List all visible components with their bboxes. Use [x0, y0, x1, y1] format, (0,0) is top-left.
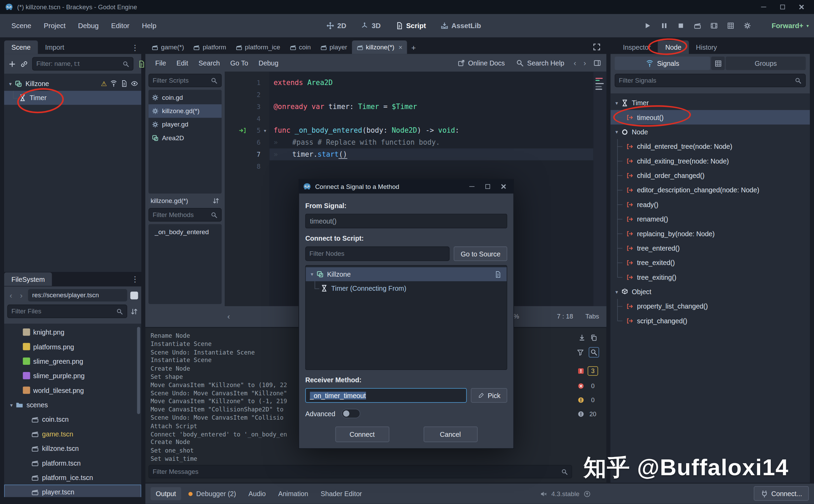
workspace-assetlib[interactable]: AssetLib	[435, 19, 486, 32]
attach-script-button[interactable]	[138, 60, 145, 68]
bottom-panel-debugger-2[interactable]: Debugger (2)	[183, 487, 241, 500]
scripts-panel-toggle-icon[interactable]	[593, 59, 601, 67]
signal-tree-exiting[interactable]: tree_exiting()	[611, 270, 810, 284]
signal-child-exiting-tree-node-node[interactable]: child_exiting_tree(node: Node)	[611, 154, 810, 168]
scene-node-killzone[interactable]: ▾ Killzone ⚠	[4, 77, 141, 91]
bottom-panel-shader-editor[interactable]: Shader Editor	[316, 487, 367, 500]
pick-button[interactable]: Pick	[471, 388, 507, 403]
fullscreen-toggle-icon[interactable]	[593, 43, 601, 51]
nav-forward-icon[interactable]: ›	[17, 291, 25, 300]
workspace-3d[interactable]: 3D	[356, 19, 386, 32]
dialog-cancel-button[interactable]: Cancel	[423, 427, 477, 442]
file-game-tscn[interactable]: game.tscn	[4, 427, 141, 441]
bottom-panel-audio[interactable]: Audio	[243, 487, 271, 500]
editor-settings-shortcut-button[interactable]	[741, 20, 753, 31]
dialog-node-timer[interactable]: Timer (Connecting From)	[306, 281, 507, 295]
sort-methods-icon[interactable]	[212, 197, 220, 204]
signal-renamed[interactable]: renamed()	[611, 212, 810, 226]
bottom-panel-output[interactable]: Output	[151, 487, 181, 500]
output-badge-3[interactable]: 20	[577, 410, 598, 418]
file-knight-png[interactable]: knight.png	[4, 325, 141, 339]
tab-groups[interactable]: Groups	[726, 57, 806, 70]
online-docs-button[interactable]: Online Docs	[455, 57, 507, 69]
filter-methods-input[interactable]	[153, 211, 208, 218]
file-filter-input[interactable]	[11, 308, 114, 315]
close-button[interactable]	[793, 2, 809, 12]
menu-scene[interactable]: Scene	[6, 19, 36, 32]
code-line-7[interactable]: »timer.start()	[269, 148, 593, 160]
scene-tab-game[interactable]: game(*)	[147, 40, 189, 54]
code-line-2[interactable]	[269, 89, 593, 101]
code-line-3[interactable]: @onready var timer: Timer = $Timer	[269, 101, 593, 113]
connections-list-button[interactable]	[711, 57, 724, 70]
file-platform-ice-tscn[interactable]: platform_ice.tscn	[4, 470, 141, 484]
maximize-button[interactable]	[775, 2, 790, 12]
toggle-split-mode-button[interactable]	[130, 291, 138, 299]
dock-tab-node[interactable]: Node	[658, 40, 688, 54]
signal-property-list-changed[interactable]: property_list_changed()	[611, 299, 810, 313]
script-menu-edit[interactable]: Edit	[172, 57, 193, 69]
collapse-arrow-icon[interactable]: ▾	[613, 289, 621, 295]
code-minimap[interactable]	[593, 72, 606, 306]
sort-files-icon[interactable]	[130, 308, 138, 315]
file-platform-tscn[interactable]: platform.tscn	[4, 456, 141, 470]
collapse-arrow-icon[interactable]: ▾	[613, 100, 621, 106]
signal-replacing-by-node-node[interactable]: replacing_by(node: Node)	[611, 226, 810, 241]
search-help-button[interactable]: Search Help	[514, 57, 566, 69]
from-signal-field[interactable]	[305, 214, 507, 228]
dock-tab-inspector[interactable]: Inspector	[616, 40, 658, 54]
copy-log-icon[interactable]	[590, 334, 597, 341]
folder-scenes[interactable]: ▾scenes	[4, 397, 141, 412]
script-history-forward-icon[interactable]: ›	[583, 58, 586, 67]
script-menu-go-to[interactable]: Go To	[226, 57, 253, 69]
gutter-line-5[interactable]: 5▾	[225, 124, 269, 136]
code-line-8[interactable]	[269, 160, 593, 172]
play-scene-button[interactable]	[692, 20, 703, 31]
script-menu-debug[interactable]: Debug	[254, 57, 283, 69]
dock-tab-filesystem[interactable]: FileSystem	[4, 273, 52, 286]
filter-messages-input[interactable]	[153, 468, 558, 475]
signal-group-node[interactable]: ▾Node	[611, 124, 810, 139]
collapse-scripts-panel-icon[interactable]: ‹	[227, 312, 230, 321]
method-item-on-body-entered[interactable]: _on_body_entered	[149, 225, 222, 239]
file-killzone-tscn[interactable]: killzone.tscn	[4, 441, 141, 455]
search-log-toggle[interactable]	[588, 347, 599, 357]
gutter-line-2[interactable]: 2	[225, 89, 269, 101]
script-history-back-icon[interactable]: ‹	[574, 58, 576, 67]
nav-back-icon[interactable]: ‹	[7, 291, 14, 300]
menu-help[interactable]: Help	[137, 19, 162, 32]
node-dock-connect-button[interactable]: Connect...	[754, 486, 809, 501]
add-node-button[interactable]	[8, 60, 16, 68]
collapse-arrow-icon[interactable]: ▾	[7, 402, 15, 408]
dock-tab-import[interactable]: Import	[38, 40, 71, 54]
dock-tab-history[interactable]: History	[689, 40, 724, 54]
signal-editor-description-changed-node-node[interactable]: editor_description_changed(node: Node)	[611, 183, 810, 197]
dock-tab-scene[interactable]: Scene	[4, 40, 38, 54]
file-slime-purple-png[interactable]: slime_purple.png	[4, 369, 141, 383]
play-button[interactable]	[642, 20, 653, 31]
dialog-connect-button[interactable]: Connect	[335, 427, 389, 442]
signal-group-object[interactable]: ▾Object	[611, 284, 810, 299]
warning-icon[interactable]: ⚠	[101, 80, 107, 88]
bottom-panel-animation[interactable]: Animation	[273, 487, 314, 500]
output-badge-2[interactable]: 0	[577, 396, 598, 404]
file-player-tscn[interactable]: player.tscn	[4, 485, 141, 497]
scene-tab-player[interactable]: player	[316, 40, 352, 54]
filter-scripts-input[interactable]	[153, 77, 208, 84]
play-custom-scene-button[interactable]	[708, 20, 719, 31]
scene-tab-killzone[interactable]: killzone(*)×	[352, 40, 407, 54]
receiver-method-input[interactable]: _on_timer_timeout	[305, 388, 467, 403]
workspace-2d[interactable]: 2D	[321, 19, 351, 32]
signal-group-timer[interactable]: ▾Timer	[611, 95, 810, 110]
gutter-line-7[interactable]: 7	[225, 148, 269, 160]
output-badge-1[interactable]: 0	[577, 382, 598, 389]
filter-signals-input[interactable]	[619, 77, 792, 84]
minimize-button[interactable]	[756, 2, 771, 12]
dialog-close-button[interactable]	[497, 181, 509, 192]
visibility-eye-icon[interactable]	[131, 80, 138, 87]
signal-timeout[interactable]: timeout()	[611, 110, 810, 124]
save-log-icon[interactable]	[578, 334, 585, 341]
file-platforms-png[interactable]: platforms.png	[4, 339, 141, 354]
tab-signals[interactable]: Signals	[615, 57, 710, 70]
collapse-duplicates-icon[interactable]	[577, 349, 584, 356]
